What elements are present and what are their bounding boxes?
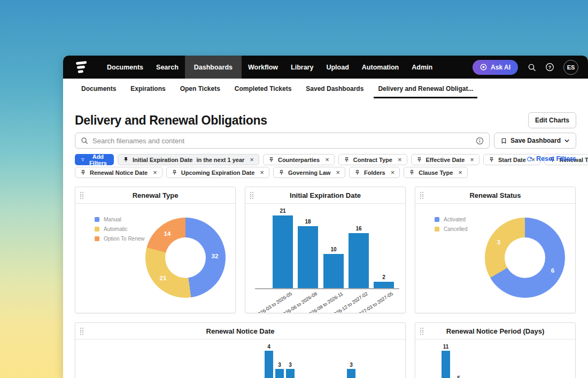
nav-item-upload[interactable]: Upload <box>320 56 355 79</box>
tab-delivery-renewal-obligations[interactable]: Delivery and Renewal Obligat... <box>378 79 473 98</box>
bar[interactable] <box>323 254 344 288</box>
bar-value: 11 <box>442 344 450 350</box>
chip-close-icon[interactable]: × <box>470 156 474 163</box>
bar[interactable] <box>442 351 450 378</box>
chart-card-renewal-type: Renewal Type Manual Automatic Option To … <box>75 187 236 313</box>
tab-expirations[interactable]: Expirations <box>130 79 165 98</box>
app-logo-icon[interactable] <box>76 60 89 74</box>
chevron-down-icon <box>564 138 570 144</box>
bar-value: 18 <box>298 219 318 225</box>
bar[interactable] <box>374 282 394 288</box>
filter-chip-clause-type[interactable]: Clause Type × <box>404 167 468 178</box>
nav-item-documents[interactable]: Documents <box>100 56 150 79</box>
chart-title: Renewal Notice Date <box>206 327 275 335</box>
nav-item-workflow[interactable]: Workflow <box>242 56 284 79</box>
legend-swatch <box>435 227 439 232</box>
top-nav: Documents Search Dashboards Workflow Lib… <box>63 56 588 79</box>
filter-bar: Add Filters Initial Expiration Date in t… <box>75 154 576 178</box>
bar[interactable] <box>347 369 355 378</box>
bar[interactable] <box>273 215 293 288</box>
chip-close-icon[interactable]: × <box>336 169 340 176</box>
nav-item-library[interactable]: Library <box>284 56 320 79</box>
search-bar <box>75 133 490 149</box>
drag-handle-icon[interactable] <box>250 192 254 199</box>
drag-handle-icon[interactable] <box>80 192 84 199</box>
slice-value: 6 <box>551 267 554 274</box>
slice-value: 14 <box>164 230 171 237</box>
save-dashboard-button[interactable]: Save Dashboard <box>494 133 576 149</box>
legend-swatch <box>95 236 99 241</box>
dashboard-tabbar: Documents Expirations Open Tickets Compl… <box>63 79 588 98</box>
tab-documents[interactable]: Documents <box>81 79 116 98</box>
chip-close-icon[interactable]: × <box>398 156 402 163</box>
edit-charts-button[interactable]: Edit Charts <box>528 112 576 128</box>
pin-icon <box>409 169 415 175</box>
search-icon[interactable] <box>527 63 536 72</box>
drag-handle-icon[interactable] <box>420 328 424 335</box>
tab-completed-tickets[interactable]: Completed Tickets <box>235 79 291 98</box>
nav-item-automation[interactable]: Automation <box>355 56 405 79</box>
bar[interactable] <box>298 226 318 288</box>
nav-right-cluster: Ask AI ? ES <box>473 60 588 75</box>
drag-handle-icon[interactable] <box>80 328 84 335</box>
drag-handle-icon[interactable] <box>420 192 424 199</box>
chart-legend: Manual Automatic Option To Renew <box>95 217 145 242</box>
filter-chip-counterparties[interactable]: Counterparties × <box>263 154 335 165</box>
pin-icon <box>489 157 494 163</box>
chart-card-renewal-notice-period: Renewal Notice Period (Days) 11 5 <box>415 322 576 378</box>
page-title: Delivery and Renewal Obligations <box>75 113 267 128</box>
nav-item-admin[interactable]: Admin <box>405 56 439 79</box>
chip-close-icon[interactable]: × <box>325 156 329 163</box>
app-window: Documents Search Dashboards Workflow Lib… <box>63 56 588 378</box>
bar-value: 10 <box>323 246 344 252</box>
bar-value: 16 <box>349 226 369 232</box>
add-filters-button[interactable]: Add Filters <box>75 154 114 165</box>
bar[interactable] <box>265 351 273 378</box>
chip-close-icon[interactable]: × <box>153 169 157 176</box>
nav-item-dashboards[interactable]: Dashboards <box>185 56 242 79</box>
help-icon[interactable]: ? <box>545 63 554 72</box>
legend-swatch <box>435 217 439 222</box>
filter-chip-contract-type[interactable]: Contract Type × <box>338 154 407 165</box>
user-avatar[interactable]: ES <box>563 60 578 75</box>
bar-value: 2 <box>374 274 394 280</box>
filter-chip-folders[interactable]: Folders × <box>349 167 400 178</box>
pin-icon <box>416 157 422 163</box>
chart-card-initial-expiration-date: Initial Expiration Date 21 18 10 16 2 20… <box>245 187 406 313</box>
bar-value: 3 <box>286 362 295 368</box>
donut-chart[interactable] <box>485 218 565 298</box>
bar[interactable] <box>275 369 284 378</box>
chip-close-icon[interactable]: × <box>458 169 462 176</box>
filter-chip-governing-law[interactable]: Governing Law × <box>273 167 345 178</box>
pin-filled-icon <box>123 157 129 163</box>
legend-swatch <box>95 227 99 232</box>
chip-close-icon[interactable]: × <box>391 169 395 176</box>
info-icon[interactable] <box>476 137 484 145</box>
tab-saved-dashboards[interactable]: Saved Dashboards <box>306 79 363 98</box>
ask-ai-button[interactable]: Ask AI <box>473 60 518 75</box>
pin-icon <box>172 169 177 175</box>
search-icon <box>81 137 88 144</box>
chart-title: Renewal Notice Period (Days) <box>446 327 545 335</box>
filter-chip-effective-date[interactable]: Effective Date × <box>411 154 479 165</box>
filter-chip-renewal-notice-date[interactable]: Renewal Notice Date × <box>75 167 163 178</box>
main-nav: Documents Search Dashboards Workflow Lib… <box>100 56 439 79</box>
filter-chip-initial-expiration-date[interactable]: Initial Expiration Date in the next 1 ye… <box>118 154 259 165</box>
nav-item-search[interactable]: Search <box>150 56 185 79</box>
pin-icon <box>80 169 86 175</box>
chip-close-icon[interactable]: × <box>260 169 264 176</box>
bar-value: 4 <box>265 344 273 350</box>
tab-open-tickets[interactable]: Open Tickets <box>180 79 220 98</box>
svg-text:?: ? <box>548 65 551 70</box>
chart-title: Initial Expiration Date <box>290 191 361 199</box>
reset-filters-button[interactable]: Reset Filters <box>526 155 576 163</box>
chip-close-icon[interactable]: × <box>250 156 254 163</box>
slice-value: 3 <box>497 239 500 245</box>
bar[interactable] <box>349 233 369 288</box>
slice-value: 32 <box>212 253 219 259</box>
chart-card-renewal-status: Renewal Status Activated Cancelled 6 3 <box>415 187 576 313</box>
filter-chip-upcoming-expiration-date[interactable]: Upcoming Expiration Date × <box>166 167 269 178</box>
bar[interactable] <box>286 369 295 378</box>
chart-card-renewal-notice-date: Renewal Notice Date 4 3 3 3 <box>75 322 406 378</box>
search-input[interactable] <box>92 137 471 145</box>
